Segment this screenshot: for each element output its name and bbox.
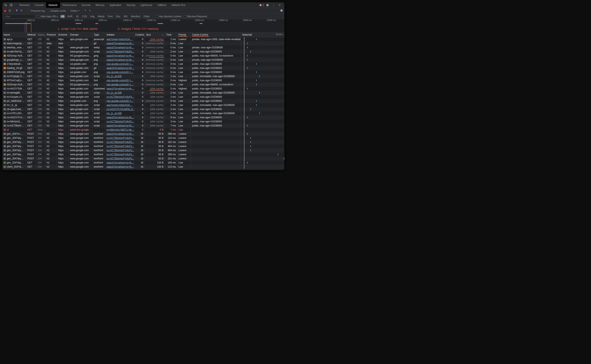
table-row[interactable]: m=Uuupec,r3…GET200h2httpswww.google.coms… <box>2 95 284 99</box>
type-pill-media[interactable]: Media <box>97 15 106 18</box>
filter-input[interactable] <box>4 15 35 18</box>
table-row[interactable]: gen_204?atyp…GET204h2httpswww.google.com… <box>2 161 284 165</box>
table-row[interactable]: ADGmqu-Nz9…GET200h2httpslh3.googleuserco… <box>2 83 284 87</box>
hide-data-urls-checkbox[interactable]: Hide data URLs <box>37 15 58 18</box>
initiator-link[interactable]: m=_b,_tp:435 <box>106 112 122 115</box>
initiator-link[interactable]: rs=ACT90oHorFV4jcPz… <box>106 50 134 53</box>
table-row[interactable]: gen_204?atyp…POST204h2httpswww.google.co… <box>2 152 284 156</box>
initiator-link[interactable]: rs=ACT90oHorFV4jcPz… <box>106 141 134 143</box>
initiator-link[interactable]: search?q=where+is+th… <box>106 54 134 57</box>
table-row[interactable]: gen_204?atyp…POST204h2httpswww.google.co… <box>2 136 284 140</box>
type-pill-doc[interactable]: Doc <box>115 15 122 18</box>
table-row[interactable]: loading_24.gifGET200h2httpswww.gstatic.c… <box>2 66 284 70</box>
tab-lighthouse[interactable]: Lighthouse <box>138 2 155 8</box>
table-row[interactable]: uiGET(bloc…httpsadservice.google.…m=MkHy… <box>2 128 284 132</box>
initiator-link[interactable]: m=MkHyGd,NBZ7u,Np… <box>106 128 134 131</box>
col-waterfall[interactable]: Waterfall20.00 s <box>241 32 284 37</box>
table-row[interactable]: p2_3a0632af.…GET200h2httpsssl.gstatic.co… <box>2 99 284 103</box>
search-icon[interactable] <box>20 9 23 13</box>
initiator-link[interactable]: search?q=where+is+th… <box>106 42 134 45</box>
col-status[interactable]: Status <box>36 32 45 37</box>
initiator-link[interactable]: search?q=where+is+th… <box>106 132 134 135</box>
table-row[interactable]: gen_204?atyp…POST204h2httpswww.google.co… <box>2 144 284 148</box>
initiator-link[interactable]: search?q=where+is+th… <box>106 67 134 70</box>
table-row[interactable]: cb=gapi.loade…GET200h2httpsapis.google.c… <box>2 107 284 111</box>
col-name[interactable]: Name <box>2 32 26 37</box>
initiator-link[interactable]: search?q=where+is+th… <box>106 87 134 90</box>
type-pill-ws[interactable]: WS <box>122 15 129 18</box>
initiator-link[interactable]: search?q=where+is+th… <box>106 161 134 164</box>
table-row[interactable]: m=A7fCU,BV…GET200h2httpswww.gstatic.coms… <box>2 111 284 115</box>
table-row[interactable]: googlelogo_c…GET200h2httpswww.google.com… <box>2 58 284 62</box>
tab-elements[interactable]: Elements <box>17 2 32 8</box>
type-pill-other[interactable]: Other <box>142 15 151 18</box>
table-row[interactable]: m=FCpbqb,O…GET200h2httpswww.gstatic.coms… <box>2 74 284 78</box>
initiator-link[interactable]: search?q=where+is+th… <box>106 46 134 49</box>
filter-toggle-icon[interactable] <box>15 9 18 13</box>
upload-har-icon[interactable] <box>84 9 87 12</box>
initiator-link[interactable]: search?q=where+is+th… <box>106 116 134 119</box>
record-button[interactable] <box>4 10 6 12</box>
tab-security[interactable]: Security <box>124 2 138 8</box>
error-badge[interactable]: 1 <box>260 4 264 6</box>
type-pill-js[interactable]: JS <box>74 15 80 18</box>
settings-gear-icon[interactable] <box>280 9 283 13</box>
col-cache[interactable]: Cache-Control <box>191 32 241 37</box>
type-pill-all[interactable]: All <box>60 15 65 18</box>
initiator-link[interactable]: ogs.google.com/u/0/:-l… <box>106 63 133 65</box>
table-row[interactable]: m=wkrYee?xjs…GET200h2httpswww.google.com… <box>2 50 284 54</box>
type-pill-img[interactable]: Img <box>89 15 96 18</box>
has-blocked-cookies-checkbox[interactable]: Has blocked cookies <box>155 15 182 18</box>
blocked-requests-checkbox[interactable]: Blocked Requests <box>184 15 207 18</box>
disable-cache-checkbox[interactable]: Disable cache <box>47 9 66 12</box>
initiator-link[interactable]: search?q=where+is+th… <box>106 165 134 168</box>
table-row[interactable]: gen_204?atyp…POST204h2httpswww.google.co… <box>2 156 284 161</box>
initiator-link[interactable]: search?q=where+is+th… <box>106 58 134 61</box>
initiator-link[interactable]: rs=AA2YrTt-HVJpPAt_K… <box>106 108 134 111</box>
download-har-icon[interactable] <box>89 9 91 12</box>
col-priority[interactable]: Priority <box>177 32 191 37</box>
tab-adblock-plus[interactable]: Adblock Plus <box>169 2 188 8</box>
table-row[interactable]: m=_b,_tpGET200h2httpswww.gstatic.comscri… <box>2 103 284 107</box>
type-pill-font[interactable]: Font <box>106 15 114 18</box>
tab-console[interactable]: Console <box>32 2 46 8</box>
initiator-link[interactable]: search?q=where+is+th… <box>106 124 134 127</box>
type-pill-xhr[interactable]: XHR <box>66 15 74 18</box>
tab-adblock[interactable]: AdBlock <box>155 2 169 8</box>
clear-icon[interactable] <box>8 9 11 13</box>
table-row[interactable]: 438087d3df.pngGET200h2httpsssl.gstatic.c… <box>2 70 284 74</box>
type-pill-css[interactable]: CSS <box>81 15 88 18</box>
col-method[interactable]: Method <box>26 32 36 37</box>
table-row[interactable]: rs=AA2YrTt-H…GET200h2httpswww.gstatic.co… <box>2 115 284 119</box>
initiator-link[interactable]: rs=ACT90oHorFV4jcPz… <box>106 95 134 98</box>
initiator-link[interactable]: ogs.google.com/u/0/:-l… <box>106 79 133 82</box>
kebab-icon[interactable]: ⋮ <box>271 3 276 7</box>
initiator-link[interactable]: app?origin=https%3A… <box>106 104 132 106</box>
table-row[interactable]: rs=ACT90oHo…GET200h2httpswww.google.coms… <box>2 124 284 128</box>
initiator-link[interactable]: rs=ACT90oHorFV4jcPz… <box>106 153 134 156</box>
table-row[interactable]: client_204?&…GET204h2httpswww.google.com… <box>2 165 284 169</box>
tab-sources[interactable]: Sources <box>79 2 93 8</box>
table-row[interactable]: m=wmwg8bGET200h2httpswww.gstatic.comscri… <box>2 91 284 95</box>
gear-icon[interactable] <box>265 3 270 7</box>
initiator-link[interactable]: rs=ACT90oHorFV4jcPz… <box>106 120 134 123</box>
tab-performance[interactable]: Performance <box>60 2 79 8</box>
preserve-log-checkbox[interactable]: Preserve log <box>27 9 45 12</box>
table-row[interactable]: KFOmCnqEu9…GET200h2httpsfonts.gstatic.co… <box>2 78 284 83</box>
col-initiator[interactable]: Initiator <box>105 32 134 37</box>
table-row[interactable]: 17bdcddea9…GET200h2httpsssl.gstatic.comp… <box>2 62 284 66</box>
col-cookies[interactable]: Cookies <box>134 32 145 37</box>
inspect-icon[interactable] <box>4 3 8 7</box>
initiator-link[interactable]: rs=ACT90oHorFV4jcPz… <box>106 136 134 139</box>
initiator-link[interactable]: rs=ACT90oHorFV4jcPz… <box>106 157 134 160</box>
initiator-link[interactable]: app?origin=https%3A… <box>106 38 132 41</box>
initiator-link[interactable]: ogs.google.com/u/0/:-l… <box>106 71 133 74</box>
device-toggle-icon[interactable] <box>9 3 13 7</box>
initiator-link[interactable]: ogs.google.com/u/0/:-l… <box>106 83 133 86</box>
initiator-link[interactable]: ogs.google.com/u/0/:-l… <box>106 99 133 102</box>
close-icon[interactable]: ✕ <box>277 3 282 7</box>
col-type[interactable]: Type <box>92 32 105 37</box>
table-row[interactable]: m=MkHyGd,N…GET200h2httpswww.google.comsc… <box>2 119 284 124</box>
table-row[interactable]: gen_204?atyp…POST204h2httpswww.google.co… <box>2 148 284 152</box>
table-row[interactable]: gen_204?atyp…POST204h2httpswww.google.co… <box>2 140 284 144</box>
